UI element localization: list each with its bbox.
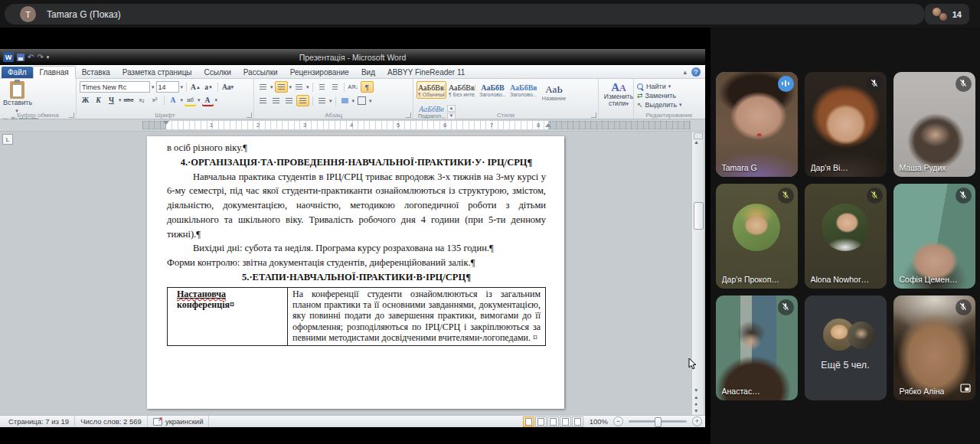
picture-in-picture-icon[interactable] [960,382,971,396]
style-normal[interactable]: АаБбВвІ ¶ Обычный [416,81,446,99]
shrink-font-button[interactable]: а▼ [203,82,214,92]
numbering-button[interactable] [275,81,288,93]
font-dialog-launcher[interactable] [247,113,252,118]
vertical-scrollbar[interactable]: ▲ ▼ ▲ ● ▼ [691,132,704,415]
zoom-in-button[interactable]: + [692,416,702,426]
ruler-row: 12345678 [0,119,705,132]
previous-page-button[interactable]: ▲ [694,394,698,400]
tab-references[interactable]: Ссылки [198,67,237,78]
document-page[interactable]: в осіб різного віку.¶ 4.·ОРГАНІЗАЦІЯ·ТА·… [147,136,564,409]
zoom-out-button[interactable]: − [613,416,623,426]
outline-view-button[interactable] [560,416,571,427]
collapse-ribbon-icon[interactable]: ▴ [683,69,687,75]
show-formatting-marks-button[interactable]: ¶ [361,81,374,93]
underline-dropdown-icon[interactable]: ▾ [119,97,122,103]
font-size-dropdown-icon[interactable]: ▾ [181,84,184,90]
paste-button[interactable]: Вставить ▾ [3,81,31,114]
split-handle[interactable] [694,132,703,139]
help-button[interactable]: ? [691,67,701,77]
word-title-bar[interactable]: W ↶ ↷ ▾ Презентація - Microsoft Word [0,49,705,65]
doc-heading-5: 5.·ЕТАПИ·НАВЧАЛЬНОЇ·ПРАКТИКИ·В·ІРЦ/СРЦ¶ [167,270,546,285]
replace-button[interactable]: ⇄Заменить [637,92,701,100]
tab-home[interactable]: Главная [33,66,76,79]
align-left-button[interactable] [257,96,269,106]
participant-tile[interactable]: Анастас… [716,295,798,400]
page-indicator[interactable]: Страница: 7 из 19 [3,416,75,427]
justify-button[interactable] [296,95,309,106]
line-spacing-button[interactable] [316,96,328,106]
horizontal-ruler[interactable]: 12345678 [142,121,691,129]
font-name-combobox[interactable]: Times New Rc [80,81,150,93]
scroll-up-arrow-icon[interactable]: ▲ [694,139,699,145]
align-center-button[interactable] [270,96,282,106]
change-case-button[interactable]: Аа▾ [221,82,234,92]
participant-tile[interactable]: Alona Nowhor… [805,184,887,289]
print-layout-view-button[interactable] [523,416,534,427]
tab-stop-selector[interactable]: L [2,134,13,145]
tab-file[interactable]: Файл [2,67,33,78]
align-right-button[interactable] [283,96,295,106]
browse-object-button[interactable]: ● [694,401,697,406]
strikethrough-button[interactable]: abc [123,95,135,105]
paragraph-dialog-launcher[interactable] [406,113,411,118]
zoom-slider[interactable] [629,420,687,423]
doc-table-cell-stage: Настановча конференція¤ [168,287,288,346]
multilevel-list-button[interactable] [293,82,305,92]
highlight-button[interactable]: аб [185,95,196,105]
tab-review[interactable]: Рецензирование [284,67,355,78]
paragraph-group-label: Абзац [254,112,413,119]
draft-view-button[interactable] [572,416,583,427]
sort-button[interactable]: АЯ↓ [348,82,359,92]
underline-button[interactable]: Ч [106,95,117,105]
zoom-slider-thumb[interactable] [655,417,662,427]
next-page-button[interactable]: ▼ [694,408,698,413]
tab-finereader[interactable]: ABBYY FineReader 11 [381,67,471,78]
language-indicator[interactable]: украинский [148,416,210,427]
subscript-button[interactable]: x₂ [136,95,148,105]
style-no-spacing[interactable]: АаБбВвІ ¶ Без инте... [447,81,477,99]
bullets-button[interactable] [257,82,269,92]
tab-mailings[interactable]: Рассылки [237,67,284,78]
participants-button[interactable]: 14 [925,4,969,24]
styles-dialog-launcher[interactable] [591,113,596,118]
style-heading1[interactable]: АаБбВ Заголово... [478,81,508,99]
participant-tile[interactable]: Рябко Аліна [893,295,975,400]
fullscreen-view-button[interactable] [535,416,547,427]
tab-page-layout[interactable]: Разметка страницы [116,67,198,78]
first-line-indent-marker[interactable] [163,121,169,125]
scrollbar-thumb[interactable] [694,202,704,230]
superscript-button[interactable]: x² [149,95,161,105]
scroll-down-arrow-icon[interactable]: ▼ [694,387,698,393]
grow-font-button[interactable]: А▲ [190,82,201,92]
increase-indent-button[interactable] [329,82,341,92]
participant-tile[interactable]: Дар'я Ві… [805,72,887,177]
right-indent-marker[interactable] [545,123,551,127]
change-styles-button[interactable]: АА Изменить стили▾ [602,81,635,108]
tab-insert[interactable]: Вставка [76,67,116,78]
clipboard-dialog-launcher[interactable] [69,113,74,118]
style-heading2[interactable]: АаБбВв Заголово... [508,81,538,99]
font-color-button[interactable]: А [202,95,214,105]
shading-button[interactable] [339,96,351,106]
font-size-combobox[interactable]: 14 [156,81,179,93]
find-button[interactable]: Найти▾ [637,83,701,90]
bold-button[interactable]: Ж [80,95,91,105]
participant-tile[interactable]: Дар'я Прокоп… [716,184,798,289]
participant-tile[interactable]: Маша Рудих [893,72,975,177]
web-layout-view-button[interactable] [547,416,559,427]
participant-tile[interactable]: Tamara G [716,72,798,177]
decrease-indent-button[interactable] [316,82,328,92]
overflow-tile[interactable]: Ещё 5 чел. [805,295,887,400]
italic-button[interactable]: К [93,95,104,105]
text-effects-button[interactable]: А [168,95,179,105]
tab-view[interactable]: Вид [355,67,381,78]
font-name-dropdown-icon[interactable]: ▾ [152,84,155,90]
zoom-level[interactable]: 100% [590,417,608,426]
borders-button[interactable] [356,96,368,106]
overflow-avatar [848,322,875,349]
word-count[interactable]: Число слов: 2 569 [75,416,148,427]
select-button[interactable]: ↖Выделить▾ [637,101,701,109]
doc-table: Настановча конференція¤ На конференції с… [167,287,546,347]
style-title[interactable]: АаЬ Название [539,81,569,103]
participant-tile[interactable]: Софія Цемен… [893,184,975,289]
